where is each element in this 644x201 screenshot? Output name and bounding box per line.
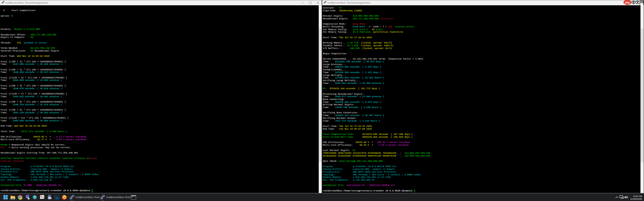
svg-text:Lr: Lr: [56, 196, 58, 199]
svg-text:php: php: [625, 1, 630, 4]
